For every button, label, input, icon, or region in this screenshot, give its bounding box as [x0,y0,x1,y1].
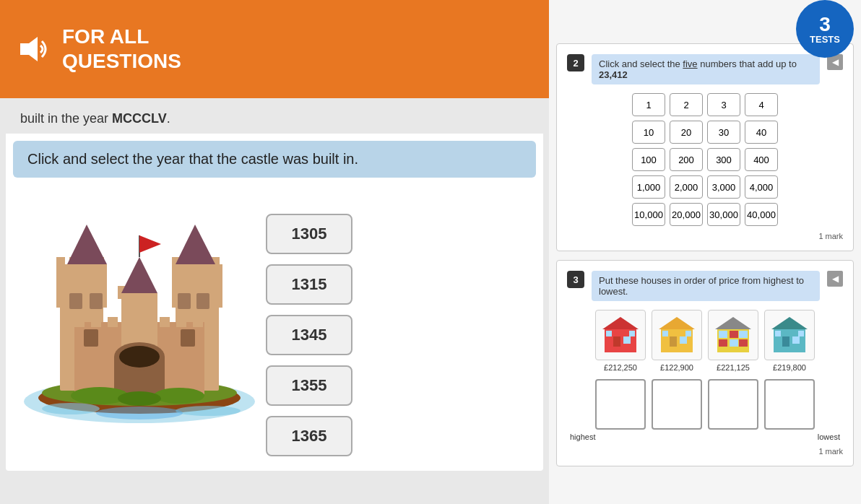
svg-point-28 [119,346,160,368]
subtitle-prefix: built in the year [20,111,112,126]
castle-illustration [20,185,259,423]
q2-text: Click and select the five numbers that a… [592,54,820,84]
svg-rect-66 [739,339,748,347]
house-price-2: £122,900 [660,363,693,372]
question-3-header: 3 Put these houses in order of price fro… [567,271,843,301]
cell-200[interactable]: 200 [670,148,703,171]
cell-2[interactable]: 2 [670,93,703,116]
cell-4000[interactable]: 4,000 [745,175,778,199]
drop-labels: highest lowest [567,430,843,441]
number-grid: 1 2 3 4 10 20 30 40 100 200 300 400 1,00… [567,93,843,226]
house-price-4: £219,800 [773,363,806,372]
svg-rect-39 [176,317,186,327]
svg-rect-40 [193,317,203,327]
svg-rect-33 [84,329,98,347]
svg-marker-0 [20,37,38,61]
svg-marker-59 [715,317,751,329]
instruction-box: Click and select the year that the castl… [13,141,536,178]
cell-30[interactable]: 30 [707,121,740,144]
q2-mark: 1 mark [567,232,843,240]
svg-rect-64 [719,339,727,347]
lowest-label: lowest [818,433,840,441]
right-panel: 3 TESTS 2 Click and select the five numb… [549,0,861,504]
highest-label: highest [570,433,595,441]
cell-1000[interactable]: 1,000 [632,175,665,199]
answer-1315[interactable]: 1315 [266,264,352,305]
svg-rect-51 [606,331,612,336]
header-bar: FOR ALL QUESTIONS [0,0,549,98]
cell-400[interactable]: 400 [745,148,778,171]
speaker-icon[interactable] [14,31,51,67]
drop-box-1[interactable] [595,379,646,430]
cell-20[interactable]: 20 [670,121,703,144]
number-row-0: 1 2 3 4 [632,93,778,116]
svg-point-44 [42,403,100,414]
svg-marker-53 [659,317,695,329]
svg-rect-65 [730,339,738,347]
svg-rect-31 [178,293,191,309]
svg-marker-23 [121,257,157,293]
svg-marker-67 [771,317,808,329]
cell-10000[interactable]: 10,000 [632,203,665,226]
answer-1355[interactable]: 1355 [266,365,352,406]
tests-number: 3 [819,14,831,35]
question-2-header: 2 Click and select the five numbers that… [567,54,843,84]
house-img-3[interactable] [708,310,758,360]
left-panel: FOR ALL QUESTIONS built in the year MCCC… [0,0,549,504]
answer-1305[interactable]: 1305 [266,214,352,254]
cell-300[interactable]: 300 [707,148,740,171]
svg-marker-25 [139,235,161,253]
cell-20000[interactable]: 20,000 [670,203,703,226]
drop-boxes-row [567,379,843,430]
drop-box-4[interactable] [764,379,815,430]
cell-40[interactable]: 40 [745,121,778,144]
svg-rect-34 [181,329,195,347]
svg-rect-70 [792,336,800,344]
drop-box-2[interactable] [652,379,702,430]
svg-rect-49 [613,336,620,347]
svg-rect-30 [90,293,103,309]
q3-nav-arrow[interactable]: ◀ [827,271,843,287]
cell-2000[interactable]: 2,000 [670,175,703,199]
subtitle-bar: built in the year MCCCLV. [6,104,543,134]
tests-badge: 3 TESTS [796,0,854,58]
answer-1345[interactable]: 1345 [266,315,352,355]
drop-box-3[interactable] [708,379,758,430]
svg-marker-17 [67,225,107,264]
cell-100[interactable]: 100 [632,148,665,171]
svg-rect-63 [739,331,748,338]
q3-number: 3 [567,271,584,288]
answers-column: 1305 1315 1345 1355 1365 [266,207,352,464]
svg-rect-50 [623,336,631,344]
svg-rect-61 [719,331,727,338]
svg-point-45 [176,406,241,416]
svg-rect-62 [730,331,738,338]
svg-marker-18 [176,225,215,264]
svg-point-46 [96,407,183,420]
cell-3[interactable]: 3 [707,93,740,116]
house-img-4[interactable] [764,310,815,360]
svg-rect-29 [69,293,82,309]
cell-1[interactable]: 1 [632,93,665,116]
answer-1365[interactable]: 1365 [266,416,352,456]
house-img-2[interactable] [652,310,702,360]
question-3-section: 3 Put these houses in order of price fro… [556,260,854,466]
svg-rect-55 [670,336,677,347]
cell-40000[interactable]: 40,000 [745,203,778,226]
svg-rect-35 [74,317,85,327]
q2-number: 2 [567,54,584,71]
cell-4[interactable]: 4 [745,93,778,116]
svg-rect-38 [160,317,170,327]
cell-3000[interactable]: 3,000 [707,175,740,199]
svg-rect-32 [196,293,209,309]
house-img-1[interactable] [595,310,646,360]
house-card-4: £219,800 [764,310,815,372]
number-row-1: 10 20 30 40 [632,121,778,144]
svg-rect-36 [91,317,101,327]
svg-point-43 [118,391,161,406]
svg-marker-47 [602,317,639,329]
svg-rect-37 [108,317,118,327]
cell-30000[interactable]: 30,000 [707,203,740,226]
cell-10[interactable]: 10 [632,121,665,144]
svg-rect-56 [680,336,687,344]
